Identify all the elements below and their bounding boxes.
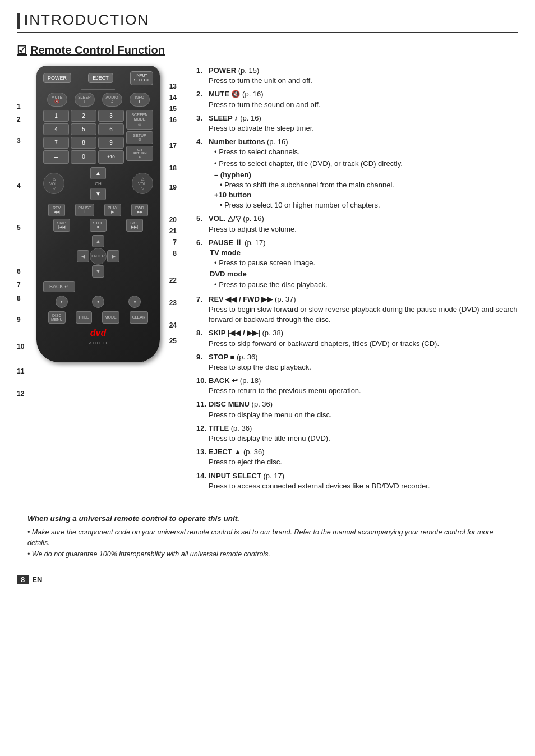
num-8-button[interactable]: 8 [71,137,96,149]
item-1: 1. POWER (p. 15) Press to turn the unit … [196,66,518,86]
enter-button[interactable]: ENTER [90,248,107,265]
main-layout: 1 2 3 4 5 6 7 8 9 10 11 12 [17,66,518,495]
pause-button[interactable]: PAUSE⏸ [75,204,94,216]
ch-return-button[interactable]: CHRETURN↩ [126,146,153,161]
header-accent-bar [17,13,20,29]
play-button[interactable]: PLAY▶ [104,204,121,216]
sleep-button[interactable]: SLEEP♪ [75,93,95,107]
item-5: 5. VOL. △/▽ (p. 16) Press to adjust the … [196,214,518,234]
eject-button[interactable]: EJECT [88,73,113,83]
label-8-left: 8 [17,293,33,304]
item-2: 2. MUTE 🔇 (p. 16) Press to turn the soun… [196,89,518,109]
instructions-area: 1. POWER (p. 15) Press to turn the unit … [191,66,518,495]
num-hyphen-button[interactable]: – [43,150,69,164]
num-6-button[interactable]: 6 [98,123,124,135]
vol-ch-area: △ VOL. ▽ ▲ CH ▼ △ VOL. [43,167,153,200]
right-labels: 13 14 15 16 17 18 19 20 21 7 8 22 23 24 … [169,81,177,346]
disc-menu-button[interactable]: DISCMENU [48,311,66,324]
rev-button[interactable]: REV◀◀ [48,204,65,216]
universal-note-bullet-1: Make sure the component code on your uni… [27,527,508,548]
stop-button[interactable]: STOP■ [90,219,107,232]
skip-back-button[interactable]: SKIP|◀◀ [53,219,70,232]
rlabel-17: 17 [169,141,177,151]
mode-button[interactable]: MODE [102,311,119,324]
num-4-button[interactable]: 4 [43,123,69,135]
back-row: BACK ↩ [43,281,153,292]
num-3-button[interactable]: 3 [98,110,124,122]
rlabel-14: 14 [169,93,177,103]
circle-2-button[interactable]: ● [92,296,104,308]
num-7-button[interactable]: 7 [43,137,69,149]
remote-container: 1 2 3 4 5 6 7 8 9 10 11 12 [17,66,177,413]
back-button[interactable]: BACK ↩ [43,281,75,292]
num-2-button[interactable]: 2 [71,110,96,122]
rlabel-18: 18 [169,163,177,173]
label-9: 9 [17,314,33,325]
num-plus10-button[interactable]: +10 [98,150,124,164]
hyphen-desc: • Press to shift the subchannel from the… [209,180,518,190]
info-button[interactable]: INFOi [130,93,150,107]
vol-button[interactable]: △ VOL. ▽ [43,173,64,194]
rlabel-20: 20 [169,215,177,225]
skip-fwd-button[interactable]: SKIP▶▶| [126,219,143,232]
setup-button[interactable]: SETUP⚙ [126,131,153,144]
remote-area: 1 2 3 4 5 6 7 8 9 10 11 12 [17,66,179,495]
tv-mode-label: TV mode [209,248,518,258]
page-title: INTRODUCTION [24,11,149,29]
plus10-desc: • Press to select 10 or higher number of… [209,200,518,210]
input-select-button[interactable]: INPUTSELECT [130,71,153,85]
remote-drawing: POWER EJECT INPUTSELECT MUTE🔇 SLEEP♪ [36,66,149,362]
dpad-right-button[interactable]: ▶ [107,250,119,262]
page-number-area: 8 EN [17,575,518,584]
item-9: 9. STOP ■ (p. 36) Press to stop the disc… [196,352,518,372]
item-11: 11. DISC MENU (p. 36) Press to display t… [196,399,518,420]
fwd-button[interactable]: FWD▶▶ [131,204,148,216]
circle-3-button[interactable]: ● [128,296,141,308]
numpad-grid: 1 2 3 4 5 6 7 8 9 – 0 +1 [43,110,124,164]
remote-row2: MUTE🔇 SLEEP♪ AUDIO♫ INFOi [43,93,153,107]
transport-row1: REV◀◀ PAUSE⏸ PLAY▶ FWD▶▶ [43,204,153,216]
rlabel-19: 19 [169,182,177,192]
rlabel-22: 22 [169,275,177,285]
num-1-button[interactable]: 1 [43,110,69,122]
dpad-left-button[interactable]: ◀ [77,250,89,262]
num-5-button[interactable]: 5 [71,123,96,135]
universal-note: When using a universal remote control to… [17,506,518,569]
mute-button[interactable]: MUTE🔇 [47,93,67,107]
num-0-button[interactable]: 0 [71,150,96,164]
transport-row2: SKIP|◀◀ STOP■ SKIP▶▶| [43,219,153,232]
page-wrapper: INTRODUCTION ☑ Remote Control Function 1… [17,11,518,584]
title-button[interactable]: TITLE [76,311,92,324]
dvd-sub: VIDEO [43,340,153,345]
item-13: 13. EJECT ▲ (p. 36) Press to eject the d… [196,447,518,467]
power-button[interactable]: POWER [43,73,71,83]
dpad-up-button[interactable]: ▲ [92,235,104,247]
ch-down-button[interactable]: ▼ [90,188,106,200]
num-9-button[interactable]: 9 [98,137,124,149]
dvd-logo: dvd [43,328,153,338]
label-7-left: 7 [17,279,33,291]
check-icon: ☑ [17,43,27,57]
label-6: 6 [17,266,33,277]
label-2: 2 [17,114,33,125]
item-6: 6. PAUSE ⏸ (p. 17) TV mode Press to paus… [196,238,518,291]
clear-button[interactable]: CLEAR [130,311,148,324]
audio-button[interactable]: AUDIO♫ [102,93,122,107]
item-10: 10. BACK ↩ (p. 18) Press to return to th… [196,376,518,396]
circle-row: ● ● ● [43,296,153,308]
dvd-mode-label: DVD mode [209,269,518,279]
dpad-down-button[interactable]: ▼ [92,265,104,278]
rlabel-15: 15 [169,104,177,114]
item-14: 14. INPUT SELECT (p. 17) Press to access… [196,471,518,491]
screen-mode-button[interactable]: SCREENMODE▭ [126,110,153,130]
numpad-area: 1 2 3 4 5 6 7 8 9 – 0 +1 [43,110,153,164]
remote-top-row: POWER EJECT INPUTSELECT [43,71,153,85]
vol-down-right-icon: ▽ [141,186,144,191]
screen-mode-area: SCREENMODE▭ SETUP⚙ CHRETURN↩ [126,110,153,164]
hyphen-label: – (hyphen) [209,170,518,180]
circle-1-button[interactable]: ● [56,296,68,308]
dpad-area: ▲ ◀ ENTER ▶ ▼ [43,235,153,278]
vol-right-label: VOL. [138,182,147,186]
ch-up-button[interactable]: ▲ [90,167,106,179]
vol-right-button[interactable]: △ VOL. ▽ [132,173,153,194]
